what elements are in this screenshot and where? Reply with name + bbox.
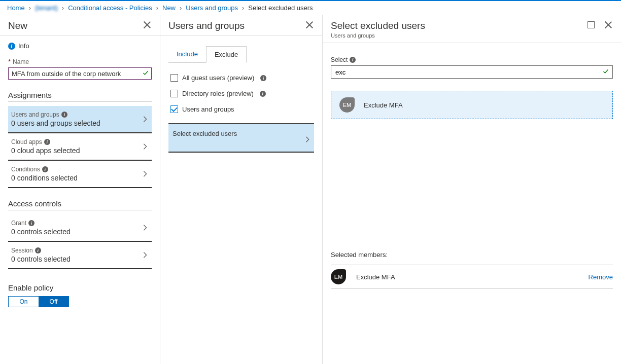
blade-ug-title: Users and groups (168, 20, 245, 31)
blade-seu-title: Select excluded users (331, 20, 425, 31)
avatar-icon: EM (331, 269, 346, 284)
nav-conditions[interactable]: Conditionsi 0 conditions selected (8, 161, 152, 188)
crumb-sep-icon: › (62, 4, 64, 12)
crumb-tenant[interactable]: (tenant) (35, 4, 58, 12)
info-icon[interactable]: i (35, 247, 41, 253)
checkbox-icon[interactable] (170, 74, 178, 82)
nav-session[interactable]: Sessioni 0 controls selected (8, 242, 152, 269)
nav-item-value: 0 controls selected (11, 255, 137, 263)
close-icon[interactable] (604, 20, 613, 29)
checkbox-checked-icon[interactable] (170, 105, 178, 113)
nav-cloud-apps[interactable]: Cloud appsi 0 cloud apps selected (8, 133, 152, 161)
crumb-sep-icon: › (242, 4, 244, 12)
info-icon[interactable]: i (350, 57, 356, 63)
nav-item-value: 0 cloud apps selected (11, 147, 137, 155)
include-exclude-tabs: Include Exclude (168, 46, 314, 63)
checkmark-icon (143, 70, 149, 76)
policy-name-input[interactable] (8, 67, 152, 80)
avatar-icon: EM (339, 97, 355, 113)
chevron-right-icon (142, 251, 149, 259)
chevron-right-icon (304, 136, 311, 143)
select-search-input[interactable] (331, 65, 613, 79)
close-icon[interactable] (305, 20, 314, 29)
blade-seu-subtitle: Users and groups (331, 32, 425, 39)
blade-select-excluded-users: Select excluded users Users and groups S… (323, 15, 621, 364)
info-icon: i (8, 43, 15, 50)
select-excluded-users-button[interactable]: Select excluded users (168, 123, 314, 153)
info-row: i Info (8, 42, 152, 50)
info-icon[interactable]: i (42, 166, 48, 172)
blade-new-title: New (8, 20, 27, 31)
name-label: Name (13, 58, 29, 65)
select-excluded-label: Select excluded users (172, 130, 237, 137)
info-icon[interactable]: i (28, 220, 34, 226)
check-all-guest-users[interactable]: All guest users (preview) i (168, 70, 314, 86)
check-users-and-groups[interactable]: Users and groups (168, 101, 314, 117)
select-label: Select (331, 56, 348, 63)
close-icon[interactable] (143, 20, 152, 29)
crumb-sep-icon: › (29, 4, 31, 12)
crumb-users-groups[interactable]: Users and groups (186, 4, 238, 12)
crumb-current: Select excluded users (248, 4, 313, 12)
nav-grant[interactable]: Granti 0 controls selected (8, 214, 152, 242)
chevron-right-icon (142, 224, 149, 231)
nav-item-value: 0 conditions selected (11, 174, 137, 182)
enable-policy-heading: Enable policy (8, 283, 152, 292)
toggle-on[interactable]: On (9, 297, 39, 307)
maximize-icon[interactable] (586, 20, 596, 29)
toggle-off[interactable]: Off (39, 297, 68, 307)
nav-item-value: 0 controls selected (11, 228, 137, 236)
nav-item-title: Grant (11, 220, 26, 227)
info-icon[interactable]: i (260, 91, 266, 97)
blade-users-and-groups: Users and groups Include Exclude All gue… (160, 15, 323, 364)
assignments-heading: Assignments (8, 91, 152, 102)
selected-members-heading: Selected members: (331, 251, 613, 259)
tab-include[interactable]: Include (168, 46, 206, 63)
checkmark-icon (603, 68, 609, 75)
required-asterisk-icon: * (8, 58, 11, 65)
blades-container: New i Info *Name Assignments Users and g… (0, 15, 621, 364)
search-result-item[interactable]: EM Exclude MFA (331, 91, 613, 119)
nav-users-and-groups[interactable]: Users and groupsi 0 users and groups sel… (8, 106, 152, 133)
info-icon[interactable]: i (260, 75, 266, 81)
tab-exclude[interactable]: Exclude (206, 46, 247, 63)
member-name: Exclude MFA (356, 273, 395, 281)
chevron-right-icon (142, 170, 149, 177)
crumb-sep-icon: › (180, 4, 182, 12)
remove-member-button[interactable]: Remove (589, 273, 613, 281)
info-icon[interactable]: i (44, 139, 50, 145)
nav-item-value: 0 users and groups selected (11, 119, 137, 127)
selected-member-row: EM Exclude MFA Remove (331, 265, 613, 289)
access-controls-heading: Access controls (8, 199, 152, 210)
check-label: Directory roles (preview) (182, 90, 254, 97)
crumb-conditional-access[interactable]: Conditional access - Policies (68, 4, 152, 12)
nav-item-title: Users and groups (11, 111, 59, 118)
breadcrumb: Home › (tenant) › Conditional access - P… (0, 1, 621, 15)
chevron-right-icon (142, 116, 149, 123)
crumb-sep-icon: › (156, 4, 158, 12)
crumb-home[interactable]: Home (7, 4, 25, 12)
check-directory-roles[interactable]: Directory roles (preview) i (168, 86, 314, 101)
blade-new: New i Info *Name Assignments Users and g… (0, 15, 160, 364)
check-label: Users and groups (182, 105, 234, 113)
checkbox-icon[interactable] (170, 90, 178, 97)
nav-item-title: Conditions (11, 166, 40, 173)
enable-policy-toggle[interactable]: On Off (8, 296, 69, 307)
nav-item-title: Cloud apps (11, 138, 42, 145)
check-label: All guest users (preview) (182, 74, 254, 82)
result-name: Exclude MFA (364, 101, 403, 109)
chevron-right-icon (142, 143, 149, 150)
crumb-new[interactable]: New (162, 4, 176, 12)
nav-item-title: Session (11, 247, 33, 254)
info-icon[interactable]: i (61, 112, 67, 118)
info-label: Info (18, 42, 29, 50)
